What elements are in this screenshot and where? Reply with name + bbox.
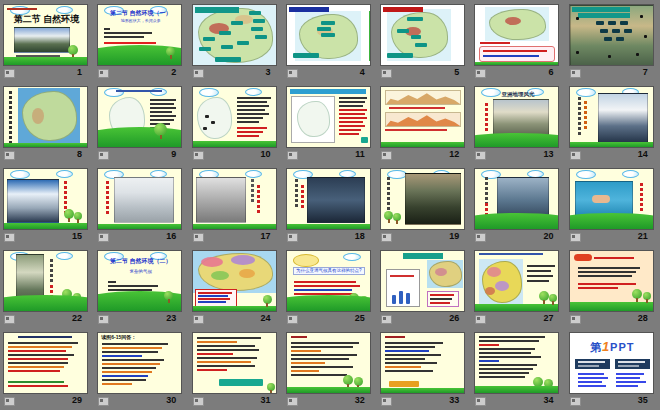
transition-icon[interactable] — [381, 69, 392, 78]
transition-icon[interactable] — [98, 397, 109, 406]
map-graphic — [18, 88, 80, 144]
transition-icon[interactable] — [287, 233, 298, 242]
transition-icon[interactable] — [475, 151, 486, 160]
transition-icon[interactable] — [475, 315, 486, 324]
slide-thumbnail-19[interactable] — [380, 168, 465, 230]
slide-thumbnail-34[interactable] — [474, 332, 559, 394]
transition-icon[interactable] — [193, 151, 204, 160]
slide-thumbnail-30[interactable]: 读图6-15回答： — [97, 332, 182, 394]
slide-thumbnail-14[interactable] — [569, 86, 654, 148]
slide-thumbnail-12[interactable] — [380, 86, 465, 148]
text-line — [480, 42, 510, 44]
cloud-icon — [576, 88, 596, 97]
slide-thumbnail-8[interactable] — [3, 86, 88, 148]
slide-sorter-grid: 第二节 自然环境1第二节 自然环境（一）地形起伏大，长河众多2345678910… — [0, 0, 660, 410]
slide-thumbnail-21[interactable] — [569, 168, 654, 230]
transition-icon[interactable] — [381, 315, 392, 324]
transition-icon[interactable] — [4, 233, 15, 242]
vertical-text-char — [64, 191, 67, 194]
slide-thumbnail-9[interactable] — [97, 86, 182, 148]
transition-icon[interactable] — [570, 397, 581, 406]
map-label — [636, 53, 639, 56]
slide-thumbnail-1[interactable]: 第二节 自然环境 — [3, 4, 88, 66]
slide-thumbnail-7[interactable] — [569, 4, 654, 66]
text-line — [102, 347, 162, 349]
transition-icon[interactable] — [4, 69, 15, 78]
transition-icon[interactable] — [381, 397, 392, 406]
slide-thumbnail-20[interactable] — [474, 168, 559, 230]
text-line — [339, 125, 365, 127]
transition-icon[interactable] — [287, 69, 298, 78]
grass-hill-decoration — [569, 213, 654, 229]
slide-meta: 33 — [380, 394, 465, 409]
map-graphic — [479, 259, 523, 305]
slide-thumbnail-33[interactable] — [380, 332, 465, 394]
transition-icon[interactable] — [475, 69, 486, 78]
slide-thumbnail-18[interactable] — [286, 168, 371, 230]
slide-thumbnail-2[interactable]: 第二节 自然环境（一）地形起伏大，长河众多 — [97, 4, 182, 66]
slide-thumbnail-16[interactable] — [97, 168, 182, 230]
vertical-text-char — [251, 189, 254, 192]
transition-icon[interactable] — [98, 151, 109, 160]
text-line — [150, 107, 176, 109]
text-line — [483, 50, 547, 52]
slide-thumbnail-26[interactable] — [380, 250, 465, 312]
slide-thumbnail-5[interactable] — [380, 4, 465, 66]
text-lines — [527, 265, 555, 285]
slide-number: 34 — [543, 395, 553, 405]
vertical-text-char — [295, 199, 298, 202]
vertical-text-char — [9, 116, 12, 119]
slide-thumbnail-17[interactable] — [192, 168, 277, 230]
slide-thumbnail-31[interactable] — [192, 332, 277, 394]
slide-thumbnail-24[interactable] — [192, 250, 277, 312]
text-lines — [578, 373, 608, 389]
text-line — [430, 298, 452, 300]
transition-icon[interactable] — [570, 151, 581, 160]
text-line — [430, 294, 454, 296]
transition-icon[interactable] — [570, 233, 581, 242]
text-line — [237, 135, 259, 137]
slide-thumbnail-4[interactable] — [286, 4, 371, 66]
slide-thumbnail-15[interactable] — [3, 168, 88, 230]
transition-icon[interactable] — [570, 315, 581, 324]
text-line — [385, 350, 429, 352]
text-line — [385, 366, 421, 368]
transition-icon[interactable] — [98, 233, 109, 242]
slide-thumbnail-29[interactable] — [3, 332, 88, 394]
slide-thumbnail-27[interactable] — [474, 250, 559, 312]
slide-thumbnail-13[interactable]: 亚洲地理风光 — [474, 86, 559, 148]
text-line — [291, 374, 347, 376]
transition-icon[interactable] — [287, 315, 298, 324]
slide-thumbnail-23[interactable]: 第二节 自然环境（二）复杂的气候 — [97, 250, 182, 312]
transition-icon[interactable] — [98, 315, 109, 324]
transition-icon[interactable] — [4, 397, 15, 406]
slide-thumbnail-22[interactable] — [3, 250, 88, 312]
transition-icon[interactable] — [381, 151, 392, 160]
transition-icon[interactable] — [475, 233, 486, 242]
slide-thumbnail-35[interactable]: 第1PPT — [569, 332, 654, 394]
transition-icon[interactable] — [98, 69, 109, 78]
slide-meta: 22 — [3, 312, 88, 327]
slide-thumbnail-6[interactable] — [474, 4, 559, 66]
transition-icon[interactable] — [287, 151, 298, 160]
text-line — [479, 372, 529, 374]
transition-icon[interactable] — [193, 233, 204, 242]
slide-thumbnail-25[interactable]: 为什么亚洲气候具有这样的特点? — [286, 250, 371, 312]
transition-icon[interactable] — [4, 151, 15, 160]
slide-thumbnail-11[interactable] — [286, 86, 371, 148]
transition-icon[interactable] — [381, 233, 392, 242]
text-line — [197, 337, 261, 339]
slide-thumbnail-3[interactable] — [192, 4, 277, 66]
slide-thumbnail-10[interactable] — [192, 86, 277, 148]
transition-icon[interactable] — [570, 69, 581, 78]
header-bar — [615, 359, 650, 369]
transition-icon[interactable] — [287, 397, 298, 406]
transition-icon[interactable] — [4, 315, 15, 324]
slide-thumbnail-32[interactable] — [286, 332, 371, 394]
transition-icon[interactable] — [475, 397, 486, 406]
transition-icon[interactable] — [193, 397, 204, 406]
transition-icon[interactable] — [193, 69, 204, 78]
transition-icon[interactable] — [193, 315, 204, 324]
slide-cell: 8 — [0, 82, 94, 164]
slide-thumbnail-28[interactable] — [569, 250, 654, 312]
